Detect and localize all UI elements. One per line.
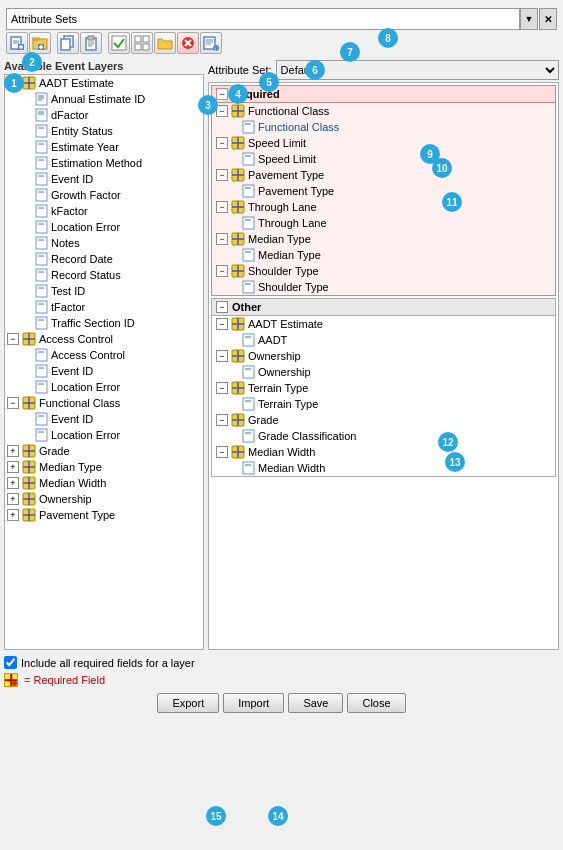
- expand-r-mt[interactable]: −: [216, 233, 228, 245]
- o-aadt-field[interactable]: AADT: [212, 332, 555, 348]
- record-date-item[interactable]: Record Date: [5, 251, 203, 267]
- kfactor-item[interactable]: kFactor: [5, 203, 203, 219]
- paste-button[interactable]: [80, 32, 102, 54]
- entity-status-item[interactable]: Entity Status: [5, 123, 203, 139]
- doc-icon-5: [33, 156, 49, 170]
- tree-group-grade[interactable]: + Grade: [5, 443, 203, 459]
- r-speed-limit-group[interactable]: − Speed Limit: [212, 135, 555, 151]
- r-shoulder-type-field[interactable]: Shoulder Type: [212, 279, 555, 295]
- location-error-ac-item[interactable]: Location Error: [5, 379, 203, 395]
- doc-icon-2: [33, 108, 49, 122]
- close-button[interactable]: Close: [347, 693, 405, 713]
- notes-label: Notes: [51, 237, 80, 249]
- attribute-sets-dropdown[interactable]: ▼: [520, 8, 538, 30]
- callout-1: 1: [4, 73, 24, 93]
- r-pavement-type-field[interactable]: Pavement Type: [212, 183, 555, 199]
- o-median-width-field[interactable]: Median Width: [212, 460, 555, 476]
- o-ownership-field[interactable]: Ownership: [212, 364, 555, 380]
- event-id-fc-item[interactable]: Event ID: [5, 411, 203, 427]
- expand-other[interactable]: −: [216, 301, 228, 313]
- export-button[interactable]: Export: [157, 693, 219, 713]
- r-median-type-group[interactable]: − Median Type: [212, 231, 555, 247]
- tree-group-ownership[interactable]: + Ownership: [5, 491, 203, 507]
- grid-button[interactable]: [131, 32, 153, 54]
- estimation-method-label: Estimation Method: [51, 157, 142, 169]
- tree-group-aadt[interactable]: − AADT Estimate: [5, 75, 203, 91]
- r-functional-class-field[interactable]: Functional Class: [212, 119, 555, 135]
- tree-group-median-type[interactable]: + Median Type: [5, 459, 203, 475]
- svg-rect-122: [243, 249, 254, 261]
- expand-median-type[interactable]: +: [7, 461, 19, 473]
- growth-factor-item[interactable]: Growth Factor: [5, 187, 203, 203]
- delete-button[interactable]: [177, 32, 199, 54]
- new-layergroup-button[interactable]: [6, 32, 28, 54]
- tree-group-pavement-type[interactable]: + Pavement Type: [5, 507, 203, 523]
- import-button[interactable]: Import: [223, 693, 284, 713]
- r-speed-limit-field[interactable]: Speed Limit: [212, 151, 555, 167]
- record-status-item[interactable]: Record Status: [5, 267, 203, 283]
- info-button[interactable]: i: [200, 32, 222, 54]
- ownership-group-label: Ownership: [39, 493, 92, 505]
- test-id-item[interactable]: Test ID: [5, 283, 203, 299]
- access-control-field-item[interactable]: Access Control: [5, 347, 203, 363]
- r-pavement-type-group[interactable]: − Pavement Type: [212, 167, 555, 183]
- check-button[interactable]: [108, 32, 130, 54]
- expand-fc[interactable]: −: [7, 397, 19, 409]
- event-id-ac-item[interactable]: Event ID: [5, 363, 203, 379]
- attribute-sets-close[interactable]: ✕: [539, 8, 557, 30]
- tree-group-fc[interactable]: − Functional Class: [5, 395, 203, 411]
- dfactor-item[interactable]: dFactor: [5, 107, 203, 123]
- left-tree[interactable]: − AADT Estimate Annual Estimate ID dFact…: [4, 74, 204, 650]
- svg-rect-107: [243, 153, 254, 165]
- expand-required[interactable]: −: [216, 88, 228, 100]
- o-ownership-group[interactable]: − Ownership: [212, 348, 555, 364]
- expand-r-sl[interactable]: −: [216, 137, 228, 149]
- open-button[interactable]: [29, 32, 51, 54]
- crosshair-icon-r-pt: [230, 168, 246, 182]
- expand-o-grade[interactable]: −: [216, 414, 228, 426]
- save-button[interactable]: Save: [288, 693, 343, 713]
- expand-access-control[interactable]: −: [7, 333, 19, 345]
- required-field-legend: = Required Field: [24, 674, 105, 686]
- annual-estimate-id-item[interactable]: Annual Estimate ID: [5, 91, 203, 107]
- expand-r-pt[interactable]: −: [216, 169, 228, 181]
- o-grade-group[interactable]: − Grade: [212, 412, 555, 428]
- expand-ownership[interactable]: +: [7, 493, 19, 505]
- include-required-checkbox[interactable]: [4, 656, 17, 669]
- expand-grade[interactable]: +: [7, 445, 19, 457]
- o-aadt-group[interactable]: − AADT Estimate: [212, 316, 555, 332]
- estimate-year-item[interactable]: Estimate Year: [5, 139, 203, 155]
- notes-item[interactable]: Notes: [5, 235, 203, 251]
- r-median-type-field[interactable]: Median Type: [212, 247, 555, 263]
- expand-r-tl[interactable]: −: [216, 201, 228, 213]
- r-functional-class-group[interactable]: − Functional Class: [212, 103, 555, 119]
- attribute-sets-input[interactable]: Attribute Sets: [6, 8, 520, 30]
- estimation-method-item[interactable]: Estimation Method: [5, 155, 203, 171]
- tree-group-access-control[interactable]: − Access Control: [5, 331, 203, 347]
- expand-o-mw[interactable]: −: [216, 446, 228, 458]
- folder-button[interactable]: [154, 32, 176, 54]
- doc-icon-15: [33, 316, 49, 330]
- r-shoulder-type-group[interactable]: − Shoulder Type: [212, 263, 555, 279]
- location-error-item[interactable]: Location Error: [5, 219, 203, 235]
- o-grade-classification-field[interactable]: Grade Classification: [212, 428, 555, 444]
- o-median-width-group[interactable]: − Median Width: [212, 444, 555, 460]
- expand-o-own[interactable]: −: [216, 350, 228, 362]
- tree-group-median-width[interactable]: + Median Width: [5, 475, 203, 491]
- tfactor-item[interactable]: tFactor: [5, 299, 203, 315]
- expand-pavement-type[interactable]: +: [7, 509, 19, 521]
- expand-r-st[interactable]: −: [216, 265, 228, 277]
- expand-o-aadt[interactable]: −: [216, 318, 228, 330]
- event-id-1-item[interactable]: Event ID: [5, 171, 203, 187]
- doc-icon-o-grade: [240, 429, 256, 443]
- o-terrain-field[interactable]: Terrain Type: [212, 396, 555, 412]
- r-through-lane-group[interactable]: − Through Lane: [212, 199, 555, 215]
- copy-button[interactable]: [57, 32, 79, 54]
- expand-median-width[interactable]: +: [7, 477, 19, 489]
- expand-o-tt[interactable]: −: [216, 382, 228, 394]
- location-error-fc-item[interactable]: Location Error: [5, 427, 203, 443]
- traffic-section-id-item[interactable]: Traffic Section ID: [5, 315, 203, 331]
- right-tree[interactable]: − Required − Functional Class Functional…: [208, 82, 559, 650]
- o-terrain-group[interactable]: − Terrain Type: [212, 380, 555, 396]
- r-through-lane-field[interactable]: Through Lane: [212, 215, 555, 231]
